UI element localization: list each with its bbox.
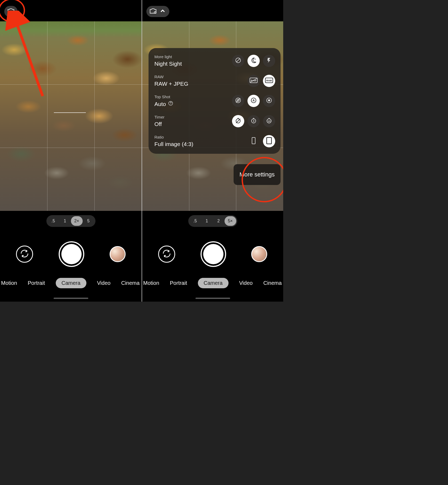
mode-motion[interactable]: Motion (1, 280, 17, 286)
mode-video[interactable]: Video (97, 280, 111, 286)
level-indicator (54, 112, 86, 113)
home-indicator[interactable] (54, 298, 88, 299)
raw-off[interactable]: RAW (247, 75, 260, 87)
setting-timer: Timer Off 3 10 (154, 115, 275, 127)
mode-video[interactable]: Video (239, 280, 253, 286)
zoom-selector: .5 1 2 5× (188, 215, 237, 227)
top-shot-off[interactable] (232, 95, 244, 107)
help-icon[interactable] (168, 101, 173, 107)
camera-settings-button[interactable] (4, 6, 18, 17)
svg-text:A: A (254, 58, 256, 60)
motion-off-icon (235, 97, 241, 105)
viewfinder-preview (0, 21, 142, 211)
zoom-option[interactable]: 2 (213, 216, 225, 226)
more-light-flash[interactable] (263, 55, 275, 67)
svg-text:A: A (253, 99, 255, 102)
mode-cinema[interactable]: Cinema (263, 280, 282, 286)
timer-10s[interactable]: 10 (263, 115, 275, 127)
setting-ratio: Ratio Full image (4:3) (154, 135, 275, 147)
svg-rect-26 (252, 137, 255, 144)
timer-off-icon (235, 117, 241, 125)
timer-off[interactable] (232, 115, 244, 127)
home-indicator[interactable] (195, 298, 230, 299)
switch-camera-button[interactable] (158, 246, 175, 263)
zoom-option[interactable]: .5 (47, 216, 59, 226)
zoom-option[interactable]: .5 (189, 216, 201, 226)
switch-camera-icon (162, 249, 171, 259)
gallery-thumbnail[interactable] (251, 246, 267, 262)
zoom-option-selected[interactable]: 5× (225, 216, 236, 226)
svg-point-19 (268, 100, 270, 101)
svg-text:3: 3 (253, 120, 254, 123)
controls-row (0, 241, 142, 267)
mode-row[interactable]: Motion Portrait Camera Video Cinema (142, 278, 283, 288)
flash-icon (266, 57, 272, 64)
svg-line-15 (236, 98, 240, 102)
timer-3-icon: 3 (250, 117, 257, 125)
gallery-thumbnail[interactable] (110, 246, 126, 262)
motion-on-icon (266, 97, 272, 105)
setting-label: Timer (154, 115, 165, 119)
screen-left: .5 1 2× 5 Motion Portrait Camera Video C… (0, 0, 142, 302)
raw-on-icon: RAW (265, 78, 273, 84)
setting-top-shot: Top Shot Auto A (154, 94, 275, 107)
setting-raw: RAW RAW + JPEG RAW RAW (154, 74, 275, 87)
chevron-up-icon (159, 7, 167, 15)
svg-point-12 (170, 104, 171, 105)
mode-camera-selected[interactable]: Camera (56, 278, 86, 288)
grid-line (47, 21, 47, 211)
setting-value: RAW + JPEG (154, 81, 188, 87)
setting-value: Full image (4:3) (154, 141, 193, 147)
controls-row (142, 241, 283, 267)
mode-cinema[interactable]: Cinema (121, 280, 139, 286)
timer-3s[interactable]: 3 (247, 115, 260, 127)
setting-label: Top Shot (154, 94, 173, 99)
switch-camera-icon (20, 249, 29, 259)
top-bar (142, 0, 283, 21)
setting-label: RAW (154, 74, 188, 79)
setting-label: More light (154, 54, 182, 59)
setting-more-light: More light Night Sight A (154, 54, 275, 67)
shutter-button[interactable] (201, 241, 226, 267)
mode-motion[interactable]: Motion (143, 280, 159, 286)
camera-settings-button[interactable] (146, 6, 169, 17)
svg-text:RAW: RAW (266, 79, 272, 82)
viewfinder[interactable] (0, 21, 142, 211)
top-shot-auto[interactable]: A (247, 95, 260, 107)
switch-camera-button[interactable] (16, 246, 33, 263)
ratio-full-icon (266, 137, 272, 145)
shutter-button[interactable] (59, 241, 84, 267)
svg-line-4 (236, 58, 240, 62)
svg-rect-27 (267, 137, 271, 144)
grid-line (0, 148, 142, 148)
more-light-off[interactable] (232, 55, 244, 67)
ratio-full[interactable] (263, 135, 275, 147)
quick-settings-panel: More light Night Sight A RAW RAW + JPEG … (149, 48, 281, 154)
grid-line (0, 84, 142, 85)
screen-right: More light Night Sight A RAW RAW + JPEG … (142, 0, 283, 302)
setting-value: Night Sight (154, 61, 182, 67)
night-auto-icon: A (250, 57, 257, 65)
more-light-auto[interactable]: A (247, 55, 260, 67)
zoom-selector: .5 1 2× 5 (46, 215, 95, 227)
top-shot-on[interactable] (263, 95, 275, 107)
mode-camera-selected[interactable]: Camera (198, 278, 229, 288)
camera-gear-icon (7, 7, 15, 15)
ratio-wide[interactable] (247, 135, 260, 147)
motion-auto-icon: A (250, 97, 257, 105)
more-settings-button[interactable]: More settings (234, 164, 281, 185)
svg-text:10: 10 (268, 120, 270, 123)
setting-value: Off (154, 121, 165, 127)
setting-label: Ratio (154, 135, 193, 139)
mode-portrait[interactable]: Portrait (170, 280, 187, 286)
zoom-option[interactable]: 1 (59, 216, 71, 226)
zoom-option-selected[interactable]: 2× (71, 216, 83, 226)
zoom-option[interactable]: 1 (201, 216, 213, 226)
mode-row[interactable]: Motion Portrait Camera Video Cinema (0, 278, 142, 288)
mode-portrait[interactable]: Portrait (28, 280, 45, 286)
zoom-option[interactable]: 5 (83, 216, 94, 226)
grid-line (94, 21, 95, 211)
camera-gear-icon (149, 7, 157, 15)
raw-on[interactable]: RAW (263, 75, 275, 87)
ratio-wide-icon (251, 137, 256, 145)
